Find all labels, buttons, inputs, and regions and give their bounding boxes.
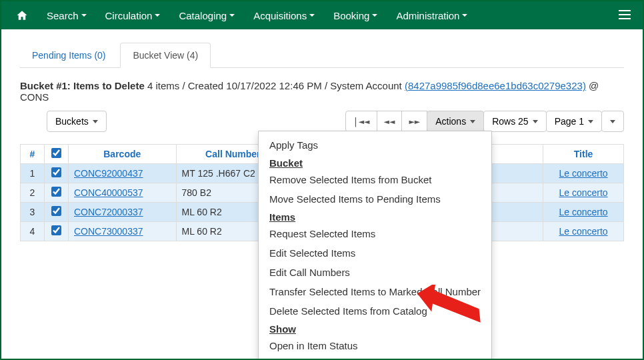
menu-open-item-status[interactable]: Open in Item Status <box>259 336 491 355</box>
page-first-button[interactable]: |◄◄ <box>345 111 377 132</box>
svg-rect-0 <box>619 10 631 11</box>
nav-circulation[interactable]: Circulation <box>96 1 170 29</box>
row-num: 3 <box>21 203 45 222</box>
col-check-all[interactable] <box>45 145 69 164</box>
buckets-button[interactable]: Buckets <box>47 111 107 132</box>
extra-dropdown-button[interactable] <box>601 111 624 132</box>
menu-header-show: Show <box>259 321 491 336</box>
svg-rect-2 <box>619 18 631 19</box>
barcode-link[interactable]: CONC40000537 <box>74 187 143 198</box>
page-next-button[interactable]: ►► <box>401 111 427 132</box>
title-link[interactable]: Le concerto <box>559 187 607 198</box>
select-all-checkbox[interactable] <box>51 148 61 158</box>
menu-remove-from-bucket[interactable]: Remove Selected Items from Bucket <box>259 170 491 189</box>
menu-request-items[interactable]: Request Selected Items <box>259 224 491 243</box>
actions-menu: Apply Tags Bucket Remove Selected Items … <box>258 131 492 360</box>
title-link[interactable]: Le concerto <box>559 168 607 179</box>
barcode-link[interactable]: CONC92000437 <box>74 168 143 179</box>
barcode-link[interactable]: CONC73000337 <box>74 226 143 237</box>
nav-acquisitions[interactable]: Acquisitions <box>244 1 324 29</box>
row-num: 4 <box>21 222 45 241</box>
menu-icon[interactable] <box>612 10 637 21</box>
menu-edit-items[interactable]: Edit Selected Items <box>259 243 491 263</box>
actions-button[interactable]: Actions <box>427 111 484 132</box>
pager-nav: |◄◄ ◄◄ ►► <box>345 111 427 132</box>
rows-button[interactable]: Rows 25 <box>483 111 546 132</box>
top-nav: Search Circulation Cataloging Acquisitio… <box>1 1 643 29</box>
menu-delete-items[interactable]: Delete Selected Items from Catalog <box>259 301 491 321</box>
bucket-hash-link[interactable]: (8427a9985f96d8ee6e1bd63c0279e323) <box>405 80 586 91</box>
menu-edit-call-numbers[interactable]: Edit Call Numbers <box>259 263 491 282</box>
row-num: 2 <box>21 183 45 203</box>
bucket-title: Bucket #1: Items to Delete <box>20 80 145 91</box>
home-icon[interactable] <box>7 1 37 29</box>
row-checkbox[interactable] <box>51 167 61 177</box>
nav-booking[interactable]: Booking <box>324 1 387 29</box>
row-checkbox[interactable] <box>51 225 61 235</box>
menu-transfer-items[interactable]: Transfer Selected Items to Marked Call N… <box>259 282 491 301</box>
barcode-link[interactable]: CONC72000337 <box>74 207 143 217</box>
bucket-meta: 4 items / Created 10/17/2022 12:46 PM / … <box>147 80 402 91</box>
svg-rect-1 <box>619 14 631 15</box>
menu-apply-tags[interactable]: Apply Tags <box>259 135 491 155</box>
nav-search[interactable]: Search <box>37 1 96 29</box>
menu-header-bucket: Bucket <box>259 155 491 170</box>
row-checkbox[interactable] <box>51 206 61 216</box>
bucket-header: Bucket #1: Items to Delete 4 items / Cre… <box>20 80 624 103</box>
menu-move-to-pending[interactable]: Move Selected Items to Pending Items <box>259 189 491 209</box>
title-link[interactable]: Le concerto <box>559 207 607 217</box>
page-prev-button[interactable]: ◄◄ <box>377 111 403 132</box>
row-checkbox[interactable] <box>51 187 61 197</box>
tab-bucket-view[interactable]: Bucket View (4) <box>120 43 211 68</box>
nav-administration[interactable]: Administration <box>387 1 477 29</box>
tab-bar: Pending Items (0) Bucket View (4) <box>20 43 624 68</box>
menu-print-labels[interactable]: Print Labels <box>259 355 491 360</box>
menu-header-items: Items <box>259 209 491 224</box>
col-barcode[interactable]: Barcode <box>69 145 177 164</box>
nav-cataloging[interactable]: Cataloging <box>169 1 244 29</box>
col-num: # <box>21 145 45 164</box>
row-num: 1 <box>21 164 45 183</box>
title-link[interactable]: Le concerto <box>559 226 607 237</box>
tab-pending[interactable]: Pending Items (0) <box>20 43 118 67</box>
col-title[interactable]: Title <box>543 145 624 164</box>
page-button[interactable]: Page 1 <box>546 111 602 132</box>
